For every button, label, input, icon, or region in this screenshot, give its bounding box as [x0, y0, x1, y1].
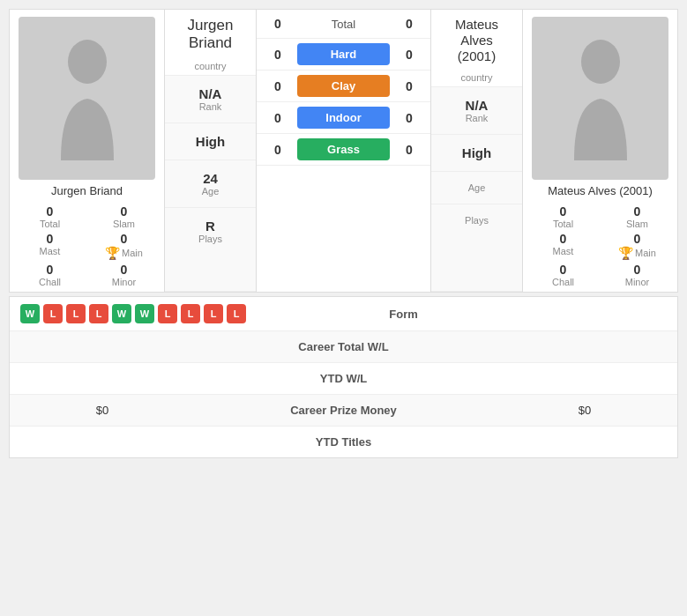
left-player-stats: 0 Total 0 Slam 0 Mast 0 🏆	[10, 204, 164, 292]
svg-point-0	[68, 40, 107, 84]
left-high-block: High	[165, 123, 256, 160]
form-badge-5: W	[135, 304, 154, 323]
form-badges-container: WLLLWWLLLL	[20, 304, 246, 323]
right-country: country	[431, 68, 522, 87]
right-stat-chall: 0 Chall	[527, 263, 599, 287]
left-stat-total: 0 Total	[14, 204, 86, 229]
left-player-name-display: JurgenBriand	[165, 10, 256, 56]
right-player-stats: 0 Total 0 Slam 0 Mast 0 🏆	[523, 204, 677, 292]
career-wl-row: Career Total W/L	[10, 331, 677, 363]
form-badge-9: L	[227, 304, 246, 323]
left-stat-minor: 0 Minor	[88, 263, 160, 287]
right-stat-minor: 0 Minor	[601, 263, 673, 287]
indoor-row: 0 Indoor 0	[257, 102, 430, 134]
form-badge-2: L	[66, 304, 86, 323]
right-stat-mast: 0 Mast	[527, 232, 599, 260]
form-row: WLLLWWLLLL Form	[10, 297, 677, 331]
svg-point-1	[581, 40, 620, 84]
ytd-titles-row: YTD Titles	[10, 427, 677, 457]
right-stat-total: 0 Total	[527, 204, 599, 229]
form-badge-3: L	[89, 304, 108, 323]
left-plays-block: R Plays	[165, 208, 256, 292]
right-high-block: High	[431, 135, 522, 172]
grass-row: 0 Grass 0	[257, 134, 430, 166]
form-badge-6: L	[158, 304, 177, 323]
right-player-section: Mateus Alves (2001) 0 Total 0 Slam 0 Mas…	[523, 10, 677, 292]
left-stat-trophy: 0 🏆 Main	[88, 232, 160, 260]
left-stat-slam: 0 Slam	[88, 204, 160, 229]
right-player-name: Mateus Alves (2001)	[523, 180, 677, 204]
form-badge-1: L	[43, 304, 63, 323]
total-row: 0 Total 0	[257, 10, 430, 39]
right-rank-block: N/A Rank	[431, 87, 522, 135]
left-player-avatar	[19, 17, 155, 180]
right-middle-stats: Mateus Alves(2001) country N/A Rank High…	[430, 10, 523, 292]
left-middle-stats: JurgenBriand country N/A Rank High 24 Ag…	[164, 10, 257, 292]
right-stat-trophy: 0 🏆 Main	[601, 232, 673, 260]
form-badge-7: L	[181, 304, 200, 323]
comparison-section: Jurgen Briand 0 Total 0 Slam 0 Mast 0	[9, 9, 678, 293]
right-player-avatar	[532, 17, 668, 180]
left-avatar-silhouette	[52, 37, 123, 160]
career-prize-row: $0 Career Prize Money $0	[10, 395, 677, 427]
form-badge-0: W	[20, 304, 40, 323]
left-player-name: Jurgen Briand	[10, 180, 164, 204]
left-player-section: Jurgen Briand 0 Total 0 Slam 0 Mast 0	[10, 10, 164, 292]
right-avatar-silhouette	[565, 37, 636, 160]
left-rank-block: N/A Rank	[165, 76, 256, 123]
form-badge-8: L	[204, 304, 223, 323]
right-stat-slam: 0 Slam	[601, 204, 673, 229]
form-badge-4: W	[112, 304, 131, 323]
main-container: Jurgen Briand 0 Total 0 Slam 0 Mast 0	[0, 0, 687, 467]
hard-row: 0 Hard 0	[257, 39, 430, 71]
left-country: country	[165, 56, 256, 76]
right-player-name-display: Mateus Alves(2001)	[431, 10, 522, 68]
bottom-rows: WLLLWWLLLL Form Career Total W/L YTD W/L…	[9, 296, 678, 458]
left-stat-mast: 0 Mast	[14, 232, 86, 260]
right-plays-block: Plays	[431, 204, 522, 292]
center-surfaces: 0 Total 0 0 Hard 0 0 Clay 0 0 Indoor 0	[257, 10, 430, 292]
ytd-wl-row: YTD W/L	[10, 363, 677, 395]
left-age-block: 24 Age	[165, 160, 256, 208]
clay-row: 0 Clay 0	[257, 71, 430, 102]
right-age-block: Age	[431, 172, 522, 204]
left-stat-chall: 0 Chall	[14, 263, 86, 287]
